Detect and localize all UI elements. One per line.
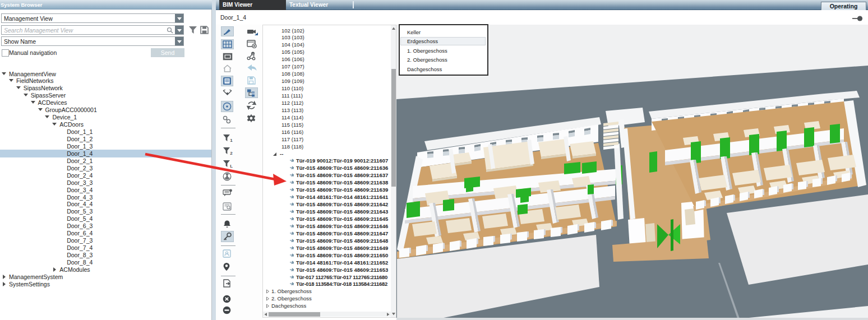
svg-text:L: L	[230, 164, 233, 169]
svg-text:2: 2	[230, 151, 233, 156]
svg-text:1: 1	[230, 138, 233, 143]
